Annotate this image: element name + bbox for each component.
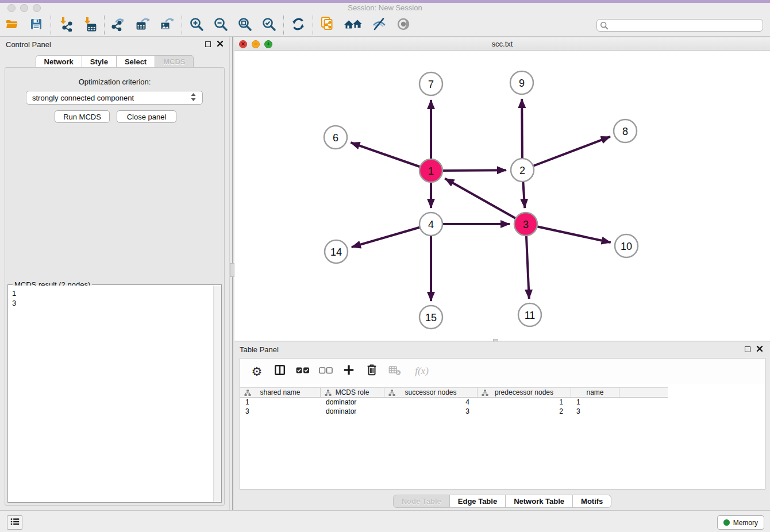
- memory-label: Memory: [733, 519, 758, 527]
- column-tree-icon: [325, 390, 332, 398]
- cell-predecessor-nodes[interactable]: 1: [478, 398, 571, 406]
- network-window-titlebar[interactable]: ✕ − + scc.txt: [234, 38, 770, 51]
- trash-icon: [365, 363, 378, 379]
- table-settings-button[interactable]: ⚙: [249, 364, 264, 379]
- column-header-name[interactable]: name: [571, 388, 619, 397]
- delete-column-button[interactable]: [364, 364, 379, 379]
- criterion-selected-value: strongly connected component: [32, 94, 134, 102]
- export-image-icon: [159, 17, 175, 34]
- cell-name[interactable]: 3: [571, 407, 619, 415]
- toolbar-separator: [313, 16, 313, 35]
- close-panel-button[interactable]: Close panel: [117, 110, 176, 123]
- run-mcds-button[interactable]: Run MCDS: [55, 110, 110, 123]
- close-panel-icon[interactable]: [217, 40, 224, 49]
- graph-edge-3-1[interactable]: [445, 179, 526, 224]
- memory-button[interactable]: Memory: [717, 515, 764, 530]
- graph-node-label-3: 3: [523, 219, 529, 230]
- cell-mcds-role[interactable]: dominator: [321, 398, 384, 406]
- zoom-out-icon: [213, 17, 228, 34]
- checked-boxes-icon: [296, 366, 310, 376]
- zoom-selected-icon: [261, 17, 276, 34]
- column-header-predecessor-nodes[interactable]: predecessor nodes: [478, 388, 571, 397]
- zoom-in-button[interactable]: [184, 16, 209, 35]
- cell-successor-nodes[interactable]: 4: [384, 398, 478, 406]
- graph-edge-1-6[interactable]: [351, 142, 431, 171]
- status-bar: Memory: [0, 510, 770, 532]
- vertical-splitter[interactable]: [230, 37, 234, 510]
- result-scrollbar[interactable]: [213, 286, 221, 502]
- graph-edge-3-10[interactable]: [526, 224, 611, 242]
- tab-mcds[interactable]: MCDS: [155, 55, 194, 68]
- zoom-selected-button[interactable]: [257, 16, 281, 35]
- float-panel-icon[interactable]: [745, 346, 750, 352]
- column-tree-icon: [482, 390, 488, 398]
- criterion-select[interactable]: strongly connected component: [26, 91, 203, 105]
- tab-edge-table[interactable]: Edge Table: [450, 495, 506, 508]
- refresh-layout-button[interactable]: [286, 16, 310, 35]
- node-table: shared name MCDS role successor nodes pr…: [240, 387, 668, 416]
- graph-canvas[interactable]: 7968124314101511: [234, 51, 770, 341]
- export-table-button[interactable]: [131, 16, 155, 35]
- toolbar-separator: [182, 16, 182, 35]
- close-panel-icon[interactable]: [756, 345, 763, 354]
- delete-table-button-disabled: [387, 364, 402, 379]
- clone-network-button[interactable]: [315, 16, 340, 35]
- tab-network-table[interactable]: Network Table: [506, 495, 573, 508]
- column-header-successor-nodes[interactable]: successor nodes: [384, 388, 478, 397]
- open-session-button[interactable]: [0, 16, 24, 35]
- graph-edge-2-8[interactable]: [522, 137, 610, 170]
- float-panel-icon[interactable]: [205, 41, 211, 47]
- select-all-button[interactable]: [295, 364, 310, 379]
- cell-shared-name[interactable]: 1: [240, 398, 321, 406]
- deselect-all-button[interactable]: [318, 364, 333, 379]
- graph-node-label-8: 8: [622, 126, 628, 137]
- import-table-button[interactable]: [78, 16, 102, 35]
- show-all-button[interactable]: [391, 16, 415, 35]
- import-network-button[interactable]: [53, 16, 78, 35]
- table-panel: Table Panel ⚙ f(x) shared name MCDS ro: [234, 342, 770, 510]
- zoom-fit-button[interactable]: [233, 16, 257, 35]
- tab-motifs[interactable]: Motifs: [573, 495, 611, 508]
- graph-node-label-1: 1: [428, 165, 434, 177]
- column-header-shared-name[interactable]: shared name: [240, 388, 321, 397]
- cell-predecessor-nodes[interactable]: 2: [478, 407, 571, 415]
- table-row[interactable]: 1 dominator 4 1 1: [240, 398, 668, 407]
- table-row[interactable]: 3 dominator 3 2 3: [240, 407, 668, 416]
- mcds-result-item: 1: [12, 288, 213, 298]
- tab-style[interactable]: Style: [82, 55, 117, 68]
- tab-node-table[interactable]: Node Table: [393, 495, 450, 508]
- tab-select[interactable]: Select: [117, 55, 155, 68]
- zoom-in-icon: [189, 17, 204, 34]
- cell-shared-name[interactable]: 3: [240, 407, 321, 415]
- tab-network[interactable]: Network: [36, 55, 82, 68]
- cell-mcds-role[interactable]: dominator: [321, 407, 384, 415]
- toggle-columns-button[interactable]: [272, 364, 287, 379]
- unchecked-boxes-icon: [319, 366, 333, 376]
- network-window-title: scc.txt: [234, 40, 770, 48]
- hide-selected-button[interactable]: [367, 16, 391, 35]
- network-window: ✕ − + scc.txt 7968124314101511: [234, 38, 770, 341]
- graph-node-label-15: 15: [425, 312, 437, 323]
- graph-node-label-10: 10: [621, 241, 632, 252]
- cell-name[interactable]: 1: [571, 398, 619, 406]
- save-disk-icon: [29, 17, 43, 33]
- column-header-mcds-role[interactable]: MCDS role: [321, 388, 384, 397]
- import-network-icon: [58, 17, 73, 34]
- add-column-button[interactable]: [341, 364, 356, 379]
- control-panel: Control Panel Network Style Select MCDS …: [0, 37, 230, 510]
- splitter-grip[interactable]: [230, 263, 234, 277]
- home-button[interactable]: [340, 16, 367, 35]
- save-session-button[interactable]: [24, 16, 48, 35]
- cell-successor-nodes[interactable]: 3: [384, 407, 478, 415]
- mcds-result-list[interactable]: 1 3: [9, 286, 213, 502]
- zoom-out-button[interactable]: [209, 16, 233, 35]
- graph-edge-4-14[interactable]: [352, 224, 431, 247]
- export-network-button[interactable]: [107, 16, 131, 35]
- memory-status-icon: [723, 519, 730, 526]
- search-input[interactable]: [596, 19, 763, 32]
- graph-node-label-14: 14: [330, 246, 342, 258]
- graph-node-label-9: 9: [519, 78, 525, 89]
- task-history-button[interactable]: [7, 515, 22, 530]
- optimization-criterion-label: Optimization criterion:: [5, 78, 224, 86]
- export-image-button[interactable]: [155, 16, 179, 35]
